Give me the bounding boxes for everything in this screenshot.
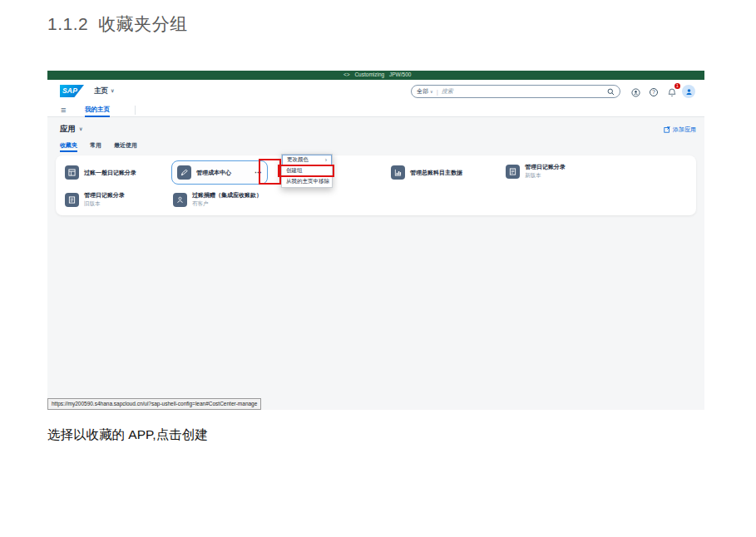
menu-item-label: 创建组 <box>286 167 303 175</box>
app-tile-manage-journal-entries-old[interactable]: 管理日记账分录 旧版本 <box>65 191 125 208</box>
system-mode-label: Customizing <box>354 71 384 77</box>
nav-bar: ≡ 我的主页 <box>47 103 704 117</box>
menu-item-label: 从我的主页中移除 <box>286 178 329 185</box>
add-apps-icon <box>664 126 670 133</box>
add-apps-label: 添加应用 <box>673 126 696 134</box>
tile-label: 过账一般日记账分录 <box>84 169 136 177</box>
app-tile-post-general-journal-entries[interactable]: 过账一般日记账分录 <box>65 165 136 180</box>
bar-chart-icon <box>391 165 405 180</box>
chevron-down-icon: ∨ <box>430 89 433 94</box>
assistant-icon[interactable] <box>630 86 641 98</box>
tab-frequently-used[interactable]: 常用 <box>90 141 101 152</box>
tile-subtitle: 新版本 <box>525 172 566 180</box>
document-page: 1.1.2收藏夹分组 <> Customizing JPW/500 SAP 主页… <box>0 0 756 537</box>
tile-more-button[interactable]: ⋯ <box>254 169 262 176</box>
system-info: <> Customizing JPW/500 <box>343 71 414 77</box>
menu-item-remove-from-my-home[interactable]: 从我的主页中移除 <box>282 176 332 187</box>
section-heading: 1.1.2收藏夹分组 <box>47 12 188 36</box>
search-icon[interactable] <box>607 88 615 96</box>
apps-tabs: 收藏夹 常用 最近使用 <box>60 141 137 152</box>
app-tile-post-donation-integrated-ar[interactable]: 过账捐赠（集成应收账款） 有客户 <box>173 191 262 208</box>
favorites-panel: 过账一般日记账分录 管理成本中心 ⋯ 管理总账科目主数据 <box>56 155 696 215</box>
heading-title: 收藏夹分组 <box>98 14 188 33</box>
search-placeholder: 搜索 <box>442 87 607 96</box>
notifications-bell-icon[interactable]: 1 <box>666 86 678 98</box>
nav-divider <box>135 106 136 115</box>
person-document-icon <box>173 193 187 207</box>
document-edit-icon <box>506 165 520 179</box>
home-content: 应用∨ 添加应用 收藏夹 常用 最近使用 过账一般日记账分录 <box>47 117 704 410</box>
tile-subtitle: 旧版本 <box>84 200 125 208</box>
tab-recently-used[interactable]: 最近使用 <box>114 141 137 152</box>
menu-item-change-color[interactable]: 更改颜色 › <box>282 155 332 165</box>
shell-bar: SAP 主页∨ 全部 ∨ | 搜索 ? <box>47 80 704 103</box>
tile-label: 管理成本中心 <box>196 169 231 177</box>
submenu-arrow-icon: › <box>325 157 327 163</box>
search-scope-select[interactable]: 全部 ∨ <box>417 87 433 96</box>
app-tile-manage-cost-centers[interactable]: 管理成本中心 ⋯ <box>171 160 268 185</box>
search-input[interactable]: 全部 ∨ | 搜索 <box>411 85 620 98</box>
tile-label: 管理总账科目主数据 <box>410 169 462 177</box>
app-tile-manage-journal-entries-new[interactable]: 管理日记账分录 新版本 <box>506 163 566 180</box>
tile-label: 过账捐赠（集成应收账款） <box>192 191 262 200</box>
system-id-label: JPW/500 <box>389 71 411 77</box>
menu-item-label: 更改颜色 <box>287 156 309 164</box>
tile-context-menu: 更改颜色 › 创建组 从我的主页中移除 <box>281 154 333 188</box>
shell-title-label: 主页 <box>94 86 108 95</box>
menu-item-create-group[interactable]: 创建组 <box>282 165 332 176</box>
search-divider: | <box>437 88 438 96</box>
sap-logo[interactable]: SAP <box>60 85 84 97</box>
menu-hamburger-icon[interactable]: ≡ <box>61 105 66 115</box>
document-icon <box>65 193 79 207</box>
link-url-tooltip: https://my200590.s4hana.sapcloud.cn/ui?s… <box>47 398 261 410</box>
tab-favorites[interactable]: 收藏夹 <box>60 141 77 152</box>
search-scope-label: 全部 <box>417 87 428 96</box>
chevron-down-icon: ∨ <box>79 126 82 131</box>
help-icon[interactable]: ? <box>648 86 660 98</box>
apps-section-title[interactable]: 应用∨ <box>60 124 82 135</box>
journal-entry-icon <box>65 165 79 180</box>
shell-title-menu[interactable]: 主页∨ <box>94 86 114 96</box>
tile-label: 管理日记账分录 <box>84 191 125 200</box>
code-icon: <> <box>343 71 350 77</box>
user-avatar[interactable] <box>682 85 695 98</box>
tile-subtitle: 有客户 <box>192 200 262 208</box>
notification-badge: 1 <box>674 83 680 89</box>
add-apps-button[interactable]: 添加应用 <box>664 126 696 134</box>
system-bar: <> Customizing JPW/500 <box>47 71 704 80</box>
tab-my-home[interactable]: 我的主页 <box>85 103 110 117</box>
tile-label: 管理日记账分录 <box>525 163 566 171</box>
heading-number: 1.1.2 <box>47 14 88 33</box>
embedded-screenshot: <> Customizing JPW/500 SAP 主页∨ 全部 ∨ | 搜索 <box>47 71 704 410</box>
caption-text: 选择以收藏的 APP,点击创建 <box>47 426 208 444</box>
chevron-down-icon: ∨ <box>111 88 114 93</box>
app-tile-manage-gl-account-master-data[interactable]: 管理总账科目主数据 <box>391 165 462 180</box>
sap-logo-text: SAP <box>62 86 77 95</box>
apps-title-label: 应用 <box>60 124 76 133</box>
cost-center-icon <box>177 165 191 180</box>
